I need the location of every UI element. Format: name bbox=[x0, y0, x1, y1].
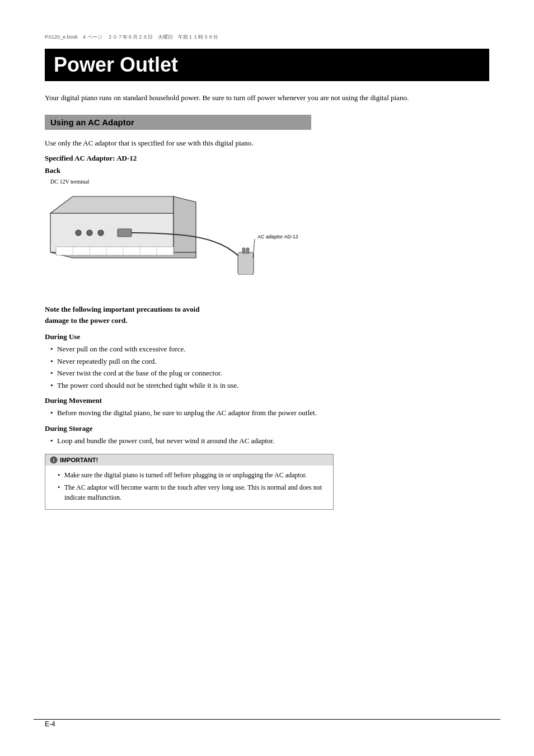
svg-point-23 bbox=[76, 230, 81, 236]
back-label: Back bbox=[45, 166, 489, 175]
svg-point-25 bbox=[98, 230, 104, 236]
svg-point-24 bbox=[87, 230, 92, 236]
important-item: The AC adaptor will become warm to the t… bbox=[58, 482, 326, 503]
precaution-note: Note the following important precautions… bbox=[45, 304, 489, 326]
svg-marker-14 bbox=[174, 196, 196, 252]
list-item: Never repeatedly pull on the cord. bbox=[50, 356, 489, 367]
during-use-section: During Use Never pull on the cord with e… bbox=[45, 332, 489, 391]
svg-rect-16 bbox=[56, 247, 174, 255]
important-item: Make sure the digital piano is turned of… bbox=[58, 470, 326, 480]
bottom-line bbox=[34, 719, 500, 720]
svg-text:AC adaptor AD-12: AC adaptor AD-12 bbox=[257, 234, 298, 240]
specified-label: Specified AC Adaptor: AD-12 bbox=[45, 154, 489, 163]
list-item: Before moving the digital piano, be sure… bbox=[50, 407, 489, 419]
list-item: Never twist the cord at the base of the … bbox=[50, 368, 489, 379]
important-header: ! IMPORTANT! bbox=[45, 454, 333, 466]
svg-rect-26 bbox=[118, 229, 132, 237]
important-box: ! IMPORTANT! Make sure the digital piano… bbox=[45, 454, 334, 510]
during-use-heading: During Use bbox=[45, 332, 489, 341]
page-content: PX120_e.book 4 ページ ２０７年６月２６日 火曜日 午前１１時３６… bbox=[0, 0, 534, 756]
diagram-spacer bbox=[45, 287, 489, 304]
list-item: Never pull on the cord with excessive fo… bbox=[50, 344, 489, 355]
section-intro: Use only the AC adaptor that is specifie… bbox=[45, 138, 489, 149]
list-item: Loop and bundle the power cord, but neve… bbox=[50, 435, 489, 447]
svg-marker-13 bbox=[50, 196, 174, 213]
important-list: Make sure the digital piano is turned of… bbox=[52, 470, 326, 503]
page-number: E-4 bbox=[45, 720, 55, 728]
piano-diagram: AC adaptor AD-12 Household power bbox=[45, 185, 302, 275]
intro-paragraph: Your digital piano runs on standard hous… bbox=[45, 92, 489, 104]
important-label: IMPORTANT! bbox=[60, 457, 98, 463]
list-item: The power cord should not be stretched t… bbox=[50, 380, 489, 391]
during-storage-section: During Storage Loop and bundle the power… bbox=[45, 424, 489, 447]
during-movement-heading: During Movement bbox=[45, 396, 489, 405]
header-meta: PX120_e.book 4 ページ ２０７年６月２６日 火曜日 午前１１時３６… bbox=[45, 34, 489, 43]
svg-text:!: ! bbox=[53, 458, 55, 463]
during-movement-section: During Movement Before moving the digita… bbox=[45, 396, 489, 419]
during-storage-list: Loop and bundle the power cord, but neve… bbox=[45, 435, 489, 447]
dc-terminal-label: DC 12V terminal bbox=[50, 179, 89, 185]
section-heading: Using an AC Adaptor bbox=[45, 115, 311, 130]
diagram-svg: DC 12V terminal bbox=[45, 179, 313, 279]
during-use-list: Never pull on the cord with excessive fo… bbox=[45, 344, 489, 391]
page-title: Power Outlet bbox=[45, 49, 489, 81]
diagram-area: DC 12V terminal bbox=[45, 179, 489, 279]
svg-rect-29 bbox=[246, 248, 249, 253]
svg-rect-27 bbox=[238, 252, 254, 275]
important-icon: ! bbox=[50, 456, 58, 464]
svg-rect-28 bbox=[242, 248, 245, 253]
during-movement-list: Before moving the digital piano, be sure… bbox=[45, 407, 489, 419]
during-storage-heading: During Storage bbox=[45, 424, 489, 433]
